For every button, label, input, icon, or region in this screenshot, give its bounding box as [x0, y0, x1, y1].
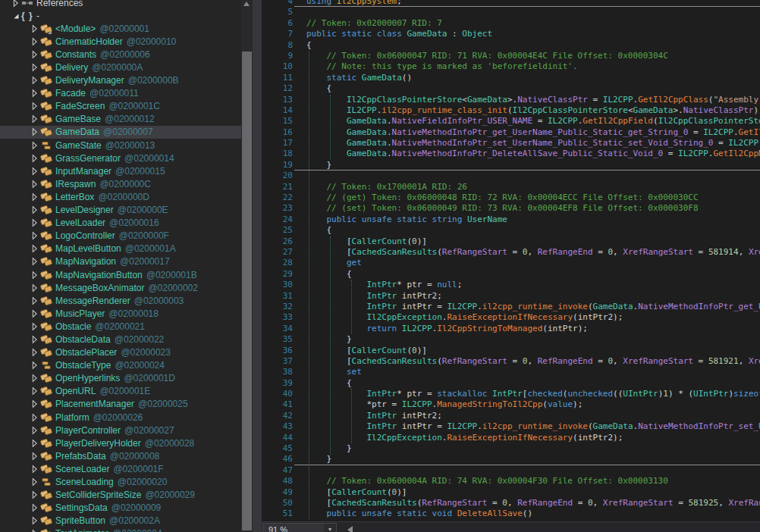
- expander-collapsed-icon[interactable]: [29, 502, 40, 514]
- expander-collapsed-icon[interactable]: [29, 178, 40, 190]
- tree-item[interactable]: ObstacleType@02000024: [0, 359, 241, 372]
- hscroll-left-arrow-icon[interactable]: [347, 526, 353, 532]
- expander-collapsed-icon[interactable]: [29, 412, 40, 424]
- zoom-level-combobox[interactable]: 91 % ▾: [262, 523, 337, 532]
- chevron-down-icon[interactable]: ▾: [324, 524, 336, 532]
- tree-item[interactable]: MapLevelButton@0200001A: [0, 243, 241, 255]
- tree-item[interactable]: OpenURL@0200001E: [0, 385, 241, 398]
- tree-item[interactable]: CinematicHolder@02000010: [0, 35, 241, 48]
- expander-collapsed-icon[interactable]: [29, 333, 40, 346]
- tree-item[interactable]: SpriteButton@0200002A: [0, 515, 241, 527]
- expander-collapsed-icon[interactable]: [29, 424, 40, 437]
- expander-collapsed-icon[interactable]: [29, 243, 40, 255]
- expander-expanded-icon[interactable]: [10, 10, 21, 22]
- tree-item[interactable]: Constants@02000006: [0, 48, 241, 61]
- expander-collapsed-icon[interactable]: [29, 49, 40, 61]
- tree-item[interactable]: PlayerDeliveryHolder@02000028: [0, 437, 241, 449]
- tree-item[interactable]: PlayerController@02000027: [0, 424, 241, 437]
- expander-collapsed-icon[interactable]: [29, 100, 40, 112]
- tree-item[interactable]: SettingsData@02000009: [0, 502, 241, 515]
- expander-collapsed-icon[interactable]: [29, 74, 40, 86]
- panel-splitter[interactable]: [253, 0, 262, 532]
- expander-collapsed-icon[interactable]: [29, 269, 40, 281]
- tree-item[interactable]: Obstacle@02000021: [0, 320, 241, 333]
- code-lines[interactable]: using Il2CppSystem;// Token: 0x02000007 …: [302, 0, 760, 532]
- tree-item[interactable]: ObstaclePlacer@02000023: [0, 346, 241, 359]
- tree-item[interactable]: InputManager@02000015: [0, 164, 241, 177]
- tree-item[interactable]: DeliveryManager@0200000B: [0, 74, 241, 87]
- tree-item[interactable]: TextAnimator@02000004: [0, 527, 241, 532]
- expander-collapsed-icon[interactable]: [10, 0, 21, 9]
- tree-item[interactable]: LetterBox@0200000D: [0, 190, 241, 203]
- expander-collapsed-icon[interactable]: [29, 450, 40, 462]
- tree-item-address: @02000015: [115, 166, 165, 177]
- tree-item[interactable]: LevelDesigner@0200000E: [0, 204, 241, 217]
- expander-collapsed-icon[interactable]: [29, 308, 40, 320]
- tree-item[interactable]: MessageBoxAnimator@02000002: [0, 281, 241, 294]
- tree-item-label: MessageRenderer: [55, 296, 130, 306]
- expander-collapsed-icon[interactable]: [29, 36, 40, 48]
- line-number: 34: [262, 324, 293, 334]
- code-line: {: [302, 269, 760, 280]
- expander-collapsed-icon[interactable]: [29, 191, 40, 203]
- expander-collapsed-icon[interactable]: [29, 113, 40, 125]
- tree-item[interactable]: References: [0, 0, 241, 9]
- line-number: 16: [262, 127, 293, 138]
- assembly-tree-panel[interactable]: References{ }-<Module>@02000001Cinematic…: [0, 0, 241, 532]
- expander-collapsed-icon[interactable]: [29, 527, 40, 532]
- tree-item[interactable]: PrefabsData@02000008: [0, 449, 241, 462]
- expander-collapsed-icon[interactable]: [29, 385, 40, 397]
- line-number: 12: [262, 83, 293, 94]
- expander-collapsed-icon[interactable]: [29, 217, 40, 229]
- expander-collapsed-icon[interactable]: [29, 23, 40, 35]
- tree-item[interactable]: Platform@02000026: [0, 411, 241, 424]
- expander-collapsed-icon[interactable]: [29, 61, 40, 74]
- expander-collapsed-icon[interactable]: [29, 165, 40, 177]
- tree-item[interactable]: MapNavigationButton@0200001B: [0, 268, 241, 281]
- scrollbar-thumb[interactable]: [242, 52, 252, 530]
- tree-item[interactable]: LevelLoader@02000016: [0, 217, 241, 230]
- expander-collapsed-icon[interactable]: [29, 489, 40, 501]
- expander-collapsed-icon[interactable]: [29, 372, 40, 384]
- tree-item[interactable]: { }-: [0, 9, 241, 22]
- tree-item[interactable]: SceneLoading@02000020: [0, 475, 241, 488]
- tree-item[interactable]: <Module>@02000001: [0, 22, 241, 35]
- expander-collapsed-icon[interactable]: [29, 139, 40, 152]
- code-editor[interactable]: 4567891011121314151617181920212223242526…: [262, 0, 760, 532]
- expander-collapsed-icon[interactable]: [29, 87, 40, 99]
- expander-collapsed-icon[interactable]: [29, 152, 40, 164]
- expander-collapsed-icon[interactable]: [29, 515, 40, 527]
- tree-item[interactable]: OpenHyperlinks@0200001D: [0, 372, 241, 385]
- expander-collapsed-icon[interactable]: [29, 398, 40, 410]
- tree-item[interactable]: Delivery@0200000A: [0, 61, 241, 74]
- tree-item[interactable]: MessageRenderer@02000003: [0, 294, 241, 307]
- tree-item[interactable]: MapNavigation@02000017: [0, 255, 241, 268]
- expander-collapsed-icon[interactable]: [29, 295, 40, 307]
- expander-collapsed-icon[interactable]: [29, 204, 40, 216]
- tree-item[interactable]: ObstacleData@02000022: [0, 333, 241, 346]
- expander-collapsed-icon[interactable]: [29, 437, 40, 449]
- expander-collapsed-icon[interactable]: [29, 463, 40, 475]
- expander-collapsed-icon[interactable]: [29, 346, 40, 358]
- tree-item[interactable]: SetColliderSpriteSize@02000029: [0, 489, 241, 502]
- tree-item[interactable]: GrassGenerator@02000014: [0, 152, 241, 164]
- expander-collapsed-icon[interactable]: [29, 255, 40, 268]
- tree-item[interactable]: LogoController@0200000F: [0, 230, 241, 243]
- expander-collapsed-icon[interactable]: [29, 230, 40, 242]
- tree-item[interactable]: Facade@02000011: [0, 87, 241, 100]
- tree-item[interactable]: IRespawn@0200000C: [0, 177, 241, 190]
- expander-collapsed-icon[interactable]: [29, 321, 40, 333]
- tree-item[interactable]: FadeScreen@0200001C: [0, 100, 241, 113]
- tree-item[interactable]: PlacementManager@02000025: [0, 398, 241, 411]
- tree-item[interactable]: GameBase@02000012: [0, 113, 241, 126]
- tree-item[interactable]: GameData@02000007: [0, 126, 241, 139]
- tree-item[interactable]: MusicPlayer@02000018: [0, 307, 241, 320]
- expander-collapsed-icon[interactable]: [29, 359, 40, 371]
- expander-collapsed-icon[interactable]: [29, 126, 40, 138]
- scrollbar-up-arrow-icon[interactable]: [243, 2, 250, 6]
- expander-collapsed-icon[interactable]: [29, 476, 40, 488]
- expander-collapsed-icon[interactable]: [29, 282, 40, 294]
- tree-item[interactable]: SceneLoader@0200001F: [0, 462, 241, 475]
- tree-vertical-scrollbar[interactable]: [241, 0, 253, 532]
- tree-item[interactable]: GameState@02000013: [0, 139, 241, 152]
